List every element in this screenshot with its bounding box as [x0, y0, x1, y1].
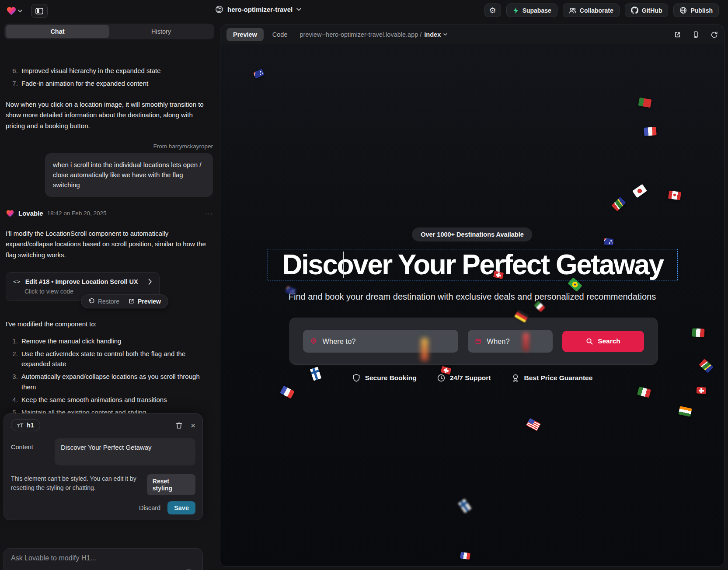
- flag-new-zealand-icon: [604, 238, 614, 245]
- chevron-down-icon: [18, 10, 22, 13]
- message-timestamp: 18:42 on Feb 20, 2025: [47, 210, 107, 217]
- preview-toolbar: Preview Code preview--hero-optimizer-tra…: [220, 25, 724, 44]
- text-caret: [343, 252, 344, 278]
- search-icon: [586, 338, 593, 345]
- list-item: Fade-in animation for the expanded conte…: [20, 78, 213, 88]
- lovable-logo-menu[interactable]: [6, 6, 22, 16]
- user-message-bubble: when i scroll into the individual locati…: [45, 153, 213, 197]
- flag-finland-icon: [458, 499, 472, 514]
- flag-france-icon: [280, 386, 295, 399]
- flag-south-africa-icon: [699, 359, 714, 373]
- where-input[interactable]: [322, 337, 451, 346]
- chat-sidebar: Chat History Improved visual hierarchy i…: [0, 21, 219, 570]
- element-tag-badge: тT h1: [11, 419, 40, 431]
- close-icon[interactable]: ×: [191, 421, 195, 430]
- tab-code[interactable]: Code: [268, 28, 292, 41]
- supabase-button[interactable]: Supabase: [506, 3, 557, 17]
- save-button[interactable]: Save: [167, 501, 195, 514]
- flag-south-africa-icon: [611, 197, 626, 211]
- lovable-heart-icon: [6, 6, 17, 16]
- chat-input[interactable]: [11, 554, 195, 562]
- list-item: Automatically expand/collapse locations …: [20, 371, 213, 392]
- discard-button[interactable]: Discard: [139, 504, 160, 511]
- location-pin-icon: [310, 337, 317, 345]
- supabase-bolt-icon: [512, 7, 519, 14]
- flag-australia-icon: [253, 69, 265, 79]
- calendar-icon: [475, 337, 481, 345]
- flag-mexico-icon: [534, 301, 545, 312]
- chat-scroll-area[interactable]: Improved visual hierarchy in the expande…: [0, 60, 219, 434]
- where-input-wrap[interactable]: [303, 330, 458, 353]
- feature-list-tail: Improved visual hierarchy in the expande…: [6, 66, 213, 89]
- flag-japan-icon: [632, 184, 647, 198]
- flag-france-icon: [644, 127, 656, 136]
- project-globe-icon: [215, 5, 223, 14]
- assistant-paragraph: I'll modify the LocationScroll component…: [6, 228, 213, 261]
- preview-edit-button[interactable]: Preview: [128, 298, 161, 305]
- publish-button[interactable]: Publish: [673, 3, 719, 17]
- top-bar: hero-optimizer-travel ⚙ Supabase Collabo…: [0, 0, 728, 21]
- blurred-flag-streak: [523, 333, 529, 351]
- github-icon: [631, 7, 638, 14]
- tab-preview[interactable]: Preview: [226, 28, 264, 41]
- destinations-badge: Over 1000+ Destinations Available: [412, 227, 532, 241]
- content-label: Content: [11, 438, 55, 465]
- reset-styling-button[interactable]: Reset styling: [147, 474, 195, 495]
- feature-badges-row: Secure Booking 24/7 Support Best Price G…: [220, 374, 724, 382]
- preview-panel: Preview Code preview--hero-optimizer-tra…: [220, 24, 725, 567]
- list-item: Use the activeIndex state to control bot…: [20, 349, 213, 369]
- typography-icon: тT: [17, 422, 23, 429]
- content-textarea[interactable]: Discover Your Perfect Getaway: [55, 438, 195, 465]
- shield-icon: [352, 374, 361, 382]
- chevron-right-icon: [148, 279, 152, 285]
- flag-portugal-icon: [638, 98, 652, 108]
- flag-usa-icon: [526, 418, 541, 431]
- trash-icon[interactable]: [175, 422, 183, 429]
- mobile-view-icon[interactable]: [693, 31, 699, 38]
- tab-chat[interactable]: Chat: [6, 25, 109, 38]
- globe-icon: [679, 7, 687, 14]
- when-input[interactable]: [487, 337, 546, 346]
- lovable-heart-icon: [6, 209, 14, 218]
- restore-button[interactable]: Restore: [88, 298, 119, 305]
- flag-france-icon: [460, 552, 470, 560]
- panel-icon: [35, 8, 43, 14]
- element-editor-panel: тT h1 × Content Discover Your Perfect Ge…: [3, 413, 203, 520]
- list-item: Remove the manual click handling: [20, 336, 213, 346]
- styling-note: This element can't be styled. You can ed…: [11, 474, 147, 493]
- collaborate-button[interactable]: Collaborate: [563, 3, 620, 17]
- clock-icon: [437, 374, 446, 382]
- gear-icon: ⚙: [489, 6, 496, 15]
- element-tag: h1: [27, 422, 34, 429]
- refresh-icon[interactable]: [711, 31, 718, 38]
- sidebar-tabs: Chat History: [4, 24, 214, 39]
- restore-icon: [88, 298, 95, 304]
- external-link-icon: [128, 298, 135, 304]
- github-button[interactable]: GitHub: [625, 3, 669, 17]
- list-item: Keep the same smooth animations and tran…: [20, 395, 213, 405]
- preview-url[interactable]: preview--hero-optimizer-travel.lovable.a…: [300, 31, 448, 38]
- feature-support: 24/7 Support: [437, 374, 491, 382]
- search-button[interactable]: Search: [562, 331, 644, 352]
- settings-button[interactable]: ⚙: [484, 3, 501, 17]
- flag-canada-icon: [668, 190, 681, 200]
- h1-selection-outline[interactable]: Discover Your Perfect Getaway: [268, 249, 678, 280]
- project-switcher[interactable]: hero-optimizer-travel: [215, 5, 301, 14]
- hero-heading[interactable]: Discover Your Perfect Getaway: [282, 248, 663, 281]
- agent-name: Lovable: [18, 210, 43, 217]
- modification-steps-list: Remove the manual click handling Use the…: [6, 336, 213, 418]
- chat-composer: Attach Edit: [3, 548, 203, 570]
- hero-subtitle: Find and book your dream destination wit…: [220, 292, 724, 302]
- people-icon: [569, 7, 576, 14]
- message-menu-button[interactable]: ···: [205, 210, 213, 217]
- list-item: Improved visual hierarchy in the expande…: [20, 66, 213, 76]
- when-input-wrap[interactable]: [468, 330, 553, 353]
- assistant-paragraph: I've modified the component to:: [6, 319, 213, 330]
- url-page: index: [424, 31, 441, 38]
- open-in-new-tab-icon[interactable]: [674, 31, 681, 38]
- blurred-flag-streak: [421, 338, 428, 361]
- restore-preview-pill: Restore Preview: [81, 294, 168, 308]
- feature-best-price: Best Price Guarantee: [511, 374, 593, 382]
- sidebar-toggle-button[interactable]: [31, 4, 48, 18]
- tab-history[interactable]: History: [109, 25, 213, 38]
